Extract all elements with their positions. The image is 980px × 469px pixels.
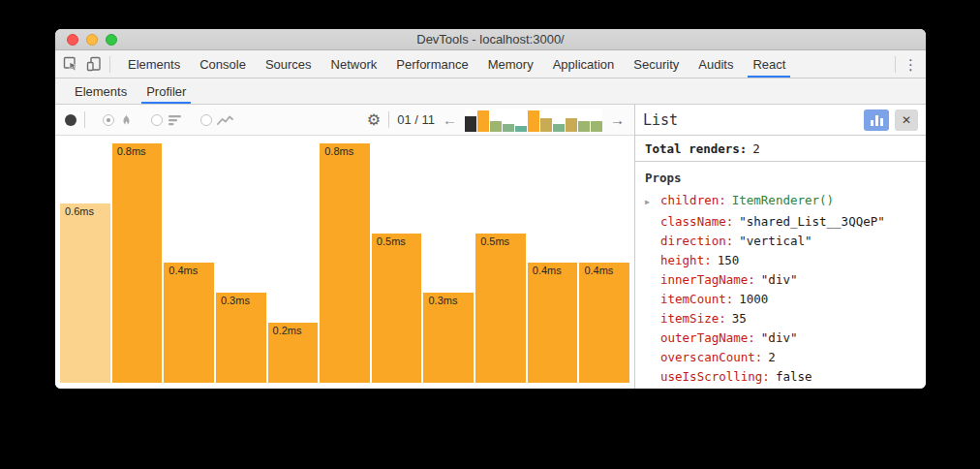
prop-row-useIsScrolling: useIsScrolling:false	[645, 367, 916, 387]
profiler-toolbar: ⚙ 01 / 11 ← →	[55, 105, 634, 136]
commit-duration-bar[interactable]: 0.6ms	[60, 203, 110, 383]
prop-name: innerTagName:	[660, 270, 755, 290]
commit-duration-label: 0.6ms	[65, 205, 94, 217]
minimap-bar[interactable]	[528, 110, 539, 132]
commit-duration-bar[interactable]: 0.4ms	[164, 263, 214, 383]
prop-row-direction: direction:"vertical"	[645, 232, 916, 251]
prop-row-itemSize: itemSize:35	[645, 309, 916, 328]
commit-duration-bar[interactable]: 0.8ms	[112, 143, 163, 383]
commit-duration-bar[interactable]: 0.3ms	[216, 293, 266, 383]
total-renders-label: Total renders:	[645, 141, 747, 156]
commit-duration-label: 0.3ms	[428, 295, 457, 306]
disclosure-triangle-icon[interactable]: ▶	[645, 193, 660, 212]
total-renders-value: 2	[752, 141, 760, 156]
minimap-bar[interactable]	[490, 121, 502, 132]
devtools-tab-memory[interactable]: Memory	[478, 50, 543, 78]
devtools-tab-console[interactable]: Console	[190, 50, 256, 78]
prop-value: "shared_List__3QQeP"	[739, 212, 885, 232]
prop-value: 300	[710, 387, 732, 389]
minimap-bar[interactable]	[465, 116, 476, 132]
commit-duration-label: 0.8ms	[324, 145, 353, 157]
total-renders-row: Total renders: 2	[635, 136, 926, 162]
commit-duration-bar[interactable]: 0.4ms	[528, 263, 578, 383]
react-subtab-profiler[interactable]: Profiler	[137, 78, 196, 104]
interactions-icon[interactable]	[217, 113, 233, 127]
prop-value: 2	[768, 348, 776, 367]
inspect-element-icon[interactable]	[63, 56, 78, 72]
component-renders-chart-button[interactable]	[864, 109, 889, 131]
minimap-bar[interactable]	[477, 110, 489, 132]
device-toolbar-icon[interactable]	[86, 56, 102, 72]
minimap-bar[interactable]	[515, 126, 527, 132]
flamegraph-radio[interactable]	[103, 114, 114, 126]
react-subtab-elements[interactable]: Elements	[65, 78, 137, 104]
commit-duration-bar[interactable]: 0.8ms	[320, 143, 370, 383]
interactions-radio[interactable]	[200, 114, 212, 126]
prop-name: itemSize:	[660, 309, 726, 328]
prop-row-children[interactable]: ▶children:ItemRenderer()	[645, 191, 916, 212]
ranked-chart-icon[interactable]	[168, 113, 183, 127]
commit-duration-label: 0.4ms	[584, 265, 613, 276]
devtools-tab-elements[interactable]: Elements	[118, 50, 190, 78]
window-titlebar[interactable]: DevTools - localhost:3000/	[55, 29, 926, 50]
commit-duration-label: 0.5ms	[480, 235, 509, 247]
devtools-tabs: ElementsConsoleSourcesNetworkPerformance…	[118, 50, 795, 78]
props-section: Props ▶children:ItemRenderer()className:…	[635, 162, 926, 389]
prop-value: 150	[718, 251, 740, 270]
commit-duration-label: 0.2ms	[273, 325, 302, 336]
commit-duration-bar[interactable]: 0.5ms	[372, 234, 422, 383]
devtools-tab-network[interactable]: Network	[322, 50, 387, 78]
snapshot-minimap[interactable]	[465, 109, 602, 132]
selected-component-title: List	[643, 111, 858, 129]
bar-chart-icon	[871, 120, 873, 126]
prop-name: outerTagName:	[660, 328, 755, 348]
minimap-bar[interactable]	[540, 118, 552, 132]
devtools-tab-react[interactable]: React	[743, 50, 795, 78]
devtools-tab-audits[interactable]: Audits	[689, 50, 743, 78]
prop-name: className:	[660, 212, 733, 232]
prop-name: width:	[660, 387, 704, 389]
toolbar-divider	[895, 56, 896, 73]
devtools-tab-security[interactable]: Security	[624, 50, 689, 78]
prop-name: children:	[660, 191, 726, 210]
close-panel-button[interactable]: ✕	[895, 109, 918, 131]
minimap-bar[interactable]	[591, 121, 602, 132]
commit-duration-label: 0.4ms	[168, 265, 198, 276]
prop-value: "div"	[761, 328, 798, 348]
next-snapshot-button[interactable]: →	[610, 112, 625, 127]
prop-value: "vertical"	[739, 232, 812, 251]
devtools-tab-performance[interactable]: Performance	[386, 50, 477, 78]
commit-bar-chart: 0.6ms0.8ms0.4ms0.3ms0.2ms0.8ms0.5ms0.3ms…	[55, 136, 634, 389]
prop-name: itemCount:	[660, 290, 733, 309]
flamegraph-icon[interactable]	[119, 112, 134, 127]
ranked-radio[interactable]	[151, 114, 163, 126]
minimap-bar[interactable]	[566, 118, 577, 132]
prop-name: direction:	[660, 232, 733, 251]
window-title: DevTools - localhost:3000/	[55, 32, 926, 47]
prop-row-className: className:"shared_List__3QQeP"	[645, 212, 916, 232]
devtools-tab-sources[interactable]: Sources	[256, 50, 322, 78]
minimap-bar[interactable]	[553, 124, 565, 132]
prop-name: overscanCount:	[660, 348, 762, 367]
prop-value: "div"	[761, 270, 798, 290]
toolbar-divider	[388, 111, 389, 128]
record-button[interactable]	[65, 114, 77, 126]
commit-duration-bar[interactable]: 0.5ms	[475, 234, 526, 383]
prop-name: height:	[660, 251, 712, 270]
prop-row-outerTagName: outerTagName:"div"	[645, 328, 916, 348]
devtools-tab-application[interactable]: Application	[543, 50, 625, 78]
minimap-bar[interactable]	[503, 124, 514, 132]
commit-duration-bar[interactable]: 0.3ms	[423, 293, 474, 383]
props-heading: Props	[645, 171, 916, 185]
commit-duration-bar[interactable]: 0.2ms	[268, 323, 319, 383]
minimap-bar[interactable]	[578, 121, 590, 132]
commit-duration-label: 0.5ms	[377, 235, 406, 247]
devtools-tab-bar: ElementsConsoleSourcesNetworkPerformance…	[55, 50, 926, 78]
commit-duration-bar[interactable]: 0.4ms	[579, 263, 629, 383]
devtools-window: DevTools - localhost:3000/ ElementsConso…	[55, 29, 926, 389]
prop-row-height: height:150	[645, 251, 916, 270]
prev-snapshot-button[interactable]: ←	[443, 112, 457, 127]
more-options-icon[interactable]: ⋮	[903, 57, 918, 72]
settings-gear-icon[interactable]: ⚙	[367, 112, 381, 128]
component-details-panel: List ✕ Total renders: 2 Props ▶children:…	[634, 105, 926, 389]
